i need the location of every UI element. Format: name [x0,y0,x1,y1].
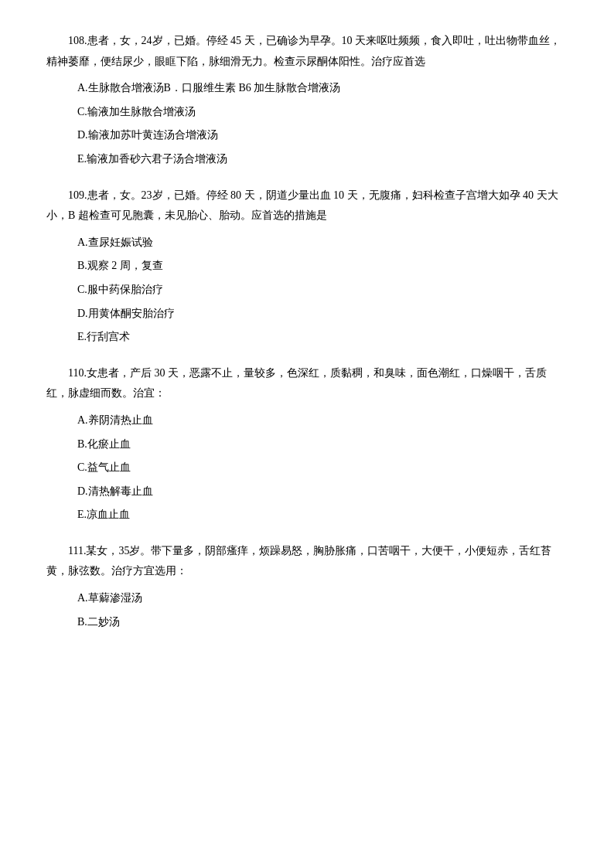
option-109-b: B.观察 2 周，复查 [77,256,568,277]
question-110-options: A.养阴清热止血 B.化瘀止血 C.益气止血 D.清热解毒止血 E.凉血止血 [77,410,568,526]
option-110-c: C.益气止血 [77,458,568,478]
option-111-a: A.草薢渗湿汤 [77,588,568,609]
question-111-options: A.草薢渗湿汤 B.二妙汤 [77,588,568,632]
option-108-a: A.生脉散合增液汤B．口服维生素 B6 加生脉散合增液汤 [77,78,568,99]
question-109-text: 109.患者，女。23岁，已婚。停经 80 天，阴道少量出血 10 天，无腹痛，… [46,186,568,226]
question-110: 110.女患者，产后 30 天，恶露不止，量较多，色深红，质黏稠，和臭味，面色潮… [46,363,568,526]
option-110-a: A.养阴清热止血 [77,410,568,431]
page-content: 108.患者，女，24岁，已婚。停经 45 天，已确诊为早孕。10 天来呕吐频频… [0,0,614,679]
question-109-options: A.查尿妊娠试验 B.观察 2 周，复查 C.服中药保胎治疗 D.用黄体酮安胎治… [77,233,568,348]
question-110-text: 110.女患者，产后 30 天，恶露不止，量较多，色深红，质黏稠，和臭味，面色潮… [46,363,568,404]
question-108: 108.患者，女，24岁，已婚。停经 45 天，已确诊为早孕。10 天来呕吐频频… [46,31,568,170]
question-108-options: A.生脉散合增液汤B．口服维生素 B6 加生脉散合增液汤 C.输液加生脉散合增液… [77,78,568,169]
option-109-d: D.用黄体酮安胎治疗 [77,304,568,325]
question-109: 109.患者，女。23岁，已婚。停经 80 天，阴道少量出血 10 天，无腹痛，… [46,186,568,348]
option-110-d: D.清热解毒止血 [77,482,568,502]
question-108-text: 108.患者，女，24岁，已婚。停经 45 天，已确诊为早孕。10 天来呕吐频频… [46,31,568,72]
option-110-b: B.化瘀止血 [77,434,568,455]
option-109-e: E.行刮宫术 [77,327,568,348]
option-108-d: D.输液加苏叶黄连汤合增液汤 [77,125,568,146]
question-111: 111.某女，35岁。带下量多，阴部瘙痒，烦躁易怒，胸胁胀痛，口苦咽干，大便干，… [46,541,568,632]
option-109-c: C.服中药保胎治疗 [77,280,568,301]
option-110-e: E.凉血止血 [77,505,568,526]
question-111-text: 111.某女，35岁。带下量多，阴部瘙痒，烦躁易怒，胸胁胀痛，口苦咽干，大便干，… [46,541,568,582]
option-108-c: C.输液加生脉散合增液汤 [77,102,568,123]
option-111-b: B.二妙汤 [77,612,568,633]
option-108-e: E.输液加香砂六君子汤合增液汤 [77,149,568,170]
option-109-a: A.查尿妊娠试验 [77,233,568,254]
